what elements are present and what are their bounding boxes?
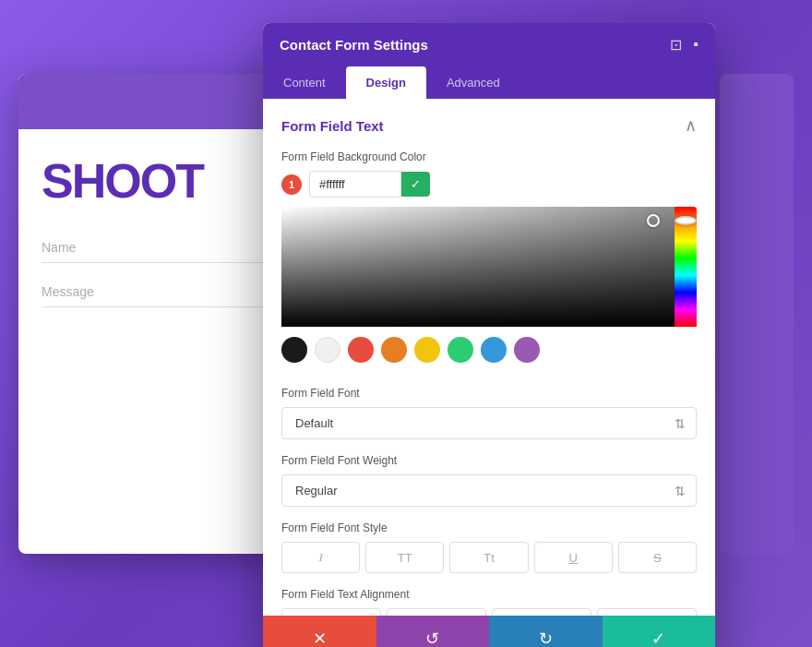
preview-logo: SHOOT (18, 129, 286, 214)
color-picker (281, 207, 697, 372)
save-button[interactable]: ✓ (603, 616, 716, 647)
font-weight-select[interactable]: Regular Light Bold (281, 474, 697, 507)
color-field-label: Form Field Background Color (281, 150, 697, 163)
section-header: Form Field Text ∧ (281, 115, 697, 136)
color-swatches (281, 327, 697, 372)
collapse-icon[interactable]: ▪ (693, 36, 699, 54)
text-align-label: Form Field Text Alignment (281, 588, 697, 601)
swatch-purple[interactable] (514, 337, 540, 363)
fullscreen-icon[interactable]: ⊡ (670, 36, 682, 54)
preview-name-field: Name (42, 233, 263, 263)
section-title: Form Field Text (281, 118, 384, 134)
swatch-orange[interactable] (381, 337, 407, 363)
right-card (720, 74, 794, 554)
tab-advanced[interactable]: Advanced (426, 66, 520, 99)
section-collapse-btn[interactable]: ∧ (685, 115, 697, 136)
settings-panel: Contact Form Settings ⊡ ▪ Content Design… (263, 23, 715, 647)
swatch-red[interactable] (348, 337, 374, 363)
color-hex-input[interactable] (309, 171, 401, 198)
swatch-yellow[interactable] (414, 337, 440, 363)
font-field-label: Form Field Font (281, 387, 697, 400)
font-select[interactable]: Default Arial Helvetica Georgia (281, 407, 697, 439)
font-style-section: Form Field Font Style I TT Tt U S (281, 521, 697, 573)
redo-button[interactable]: ↻ (489, 616, 603, 647)
font-weight-section: Form Field Font Weight Regular Light Bol… (281, 454, 697, 507)
color-input-row: 1 ✓ (281, 171, 697, 198)
strikethrough-btn[interactable]: S (618, 542, 697, 573)
text-align-section: Form Field Text Alignment (281, 588, 697, 616)
hue-cursor[interactable] (675, 216, 697, 225)
italic-btn[interactable]: I (281, 542, 360, 573)
style-buttons: I TT Tt U S (281, 542, 697, 573)
tab-design[interactable]: Design (346, 66, 426, 99)
header-icons: ⊡ ▪ (670, 36, 699, 54)
preview-form: Name Message (18, 214, 286, 340)
align-right-btn[interactable] (492, 608, 591, 616)
color-badge: 1 (281, 174, 302, 195)
bottom-toolbar: ✕ ↺ ↻ ✓ (263, 616, 715, 647)
font-weight-dropdown: Regular Light Bold ⇅ (281, 474, 697, 507)
color-confirm-btn[interactable]: ✓ (401, 172, 430, 197)
swatch-green[interactable] (448, 337, 473, 363)
panel-header: Contact Form Settings ⊡ ▪ (263, 23, 715, 66)
cancel-button[interactable]: ✕ (263, 616, 376, 647)
color-field-section: Form Field Background Color 1 ✓ (281, 150, 697, 372)
preview-header (18, 74, 286, 129)
font-weight-label: Form Field Font Weight (281, 454, 697, 467)
panel-title: Contact Form Settings (280, 37, 428, 53)
font-style-label: Form Field Font Style (281, 521, 697, 534)
swatch-blue[interactable] (481, 337, 507, 363)
align-center-btn[interactable] (387, 608, 486, 616)
hue-strip[interactable] (675, 207, 697, 327)
tabs: Content Design Advanced (263, 66, 715, 99)
website-preview: SHOOT Name Message (18, 74, 286, 554)
tab-content[interactable]: Content (263, 66, 346, 99)
font-dropdown: Default Arial Helvetica Georgia ⇅ (281, 407, 697, 439)
font-field-section: Form Field Font Default Arial Helvetica … (281, 387, 697, 439)
underline-btn[interactable]: U (534, 542, 613, 573)
panel-body: Form Field Text ∧ Form Field Background … (263, 99, 715, 616)
swatch-white[interactable] (315, 337, 340, 363)
uppercase-btn[interactable]: TT (365, 542, 444, 573)
preview-message-field: Message (42, 277, 263, 307)
swatch-black[interactable] (281, 337, 307, 363)
undo-button[interactable]: ↺ (376, 616, 490, 647)
align-buttons (281, 608, 697, 616)
brightness-gradient (281, 207, 697, 327)
align-left-btn[interactable] (281, 608, 381, 616)
align-justify-btn[interactable] (597, 608, 697, 616)
gradient-area[interactable] (281, 207, 697, 327)
picker-cursor[interactable] (647, 214, 660, 227)
capitalize-btn[interactable]: Tt (449, 542, 528, 573)
